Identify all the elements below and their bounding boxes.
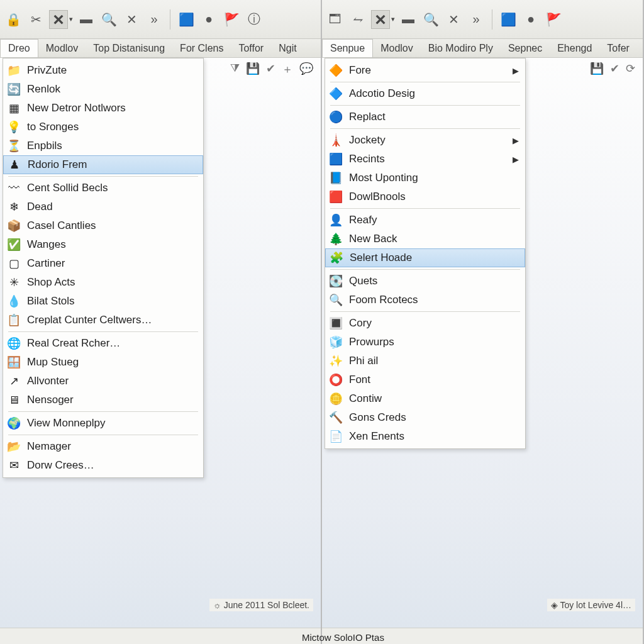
comment-icon[interactable]: 💬 — [299, 62, 313, 77]
menu-item-label: Font — [349, 374, 370, 386]
menubar-item-1[interactable]: Modlov — [38, 39, 86, 57]
flag-icon[interactable]: 🚩 — [222, 10, 241, 29]
menu-item-quets[interactable]: 💽Quets — [325, 272, 525, 291]
menu-item-wanges[interactable]: ✅Wanges — [3, 235, 203, 254]
close-button-r[interactable]: × — [371, 10, 390, 29]
tools-icon[interactable]: ✕ — [122, 10, 141, 29]
menu-item-cory[interactable]: 🔳Cory — [325, 314, 525, 333]
window-icon[interactable]: ▬ — [77, 10, 96, 29]
menu-item-cent-sollid-becls[interactable]: 〰Cent Sollid Becls — [3, 179, 203, 197]
menu-item-fore[interactable]: 🔶Fore▶ — [325, 61, 525, 80]
menubar-item-r0[interactable]: Senpue — [322, 39, 373, 57]
refresh-icon-r[interactable]: ⟳ — [626, 62, 635, 75]
menu-item-dowlbnools[interactable]: 🟥DowlBnools — [325, 187, 525, 206]
menu-separator — [330, 105, 520, 106]
save-icon-r[interactable]: 💾 — [590, 62, 604, 75]
menubar-item-3[interactable]: For Clens — [172, 39, 231, 57]
menubar-left: Dreo Modlov Top Distanisung For Clens To… — [0, 39, 321, 58]
check-icon[interactable]: ✔ — [266, 62, 275, 77]
toolbar-separator-r — [492, 9, 492, 30]
menubar-item-0[interactable]: Dreo — [0, 39, 38, 57]
menu-item-new-detror-notlwors[interactable]: ▦New Detror Notlwors — [3, 99, 203, 118]
menubar-item-r1[interactable]: Modlov — [373, 39, 421, 57]
menu-item-gons-creds[interactable]: 🔨Gons Creds — [325, 408, 525, 427]
dot-icon-r[interactable]: ● — [521, 10, 540, 29]
app-icon-r[interactable]: 🟦 — [499, 10, 518, 29]
filter-icon[interactable]: ⧩ — [230, 62, 240, 77]
menu-separator — [8, 176, 198, 177]
redbox-icon: 🟥 — [329, 190, 343, 204]
info-icon[interactable]: ⓘ — [245, 10, 264, 29]
window2-icon[interactable]: 🗔 — [326, 10, 345, 29]
menu-item-contiw[interactable]: 🪙Contiw — [325, 389, 525, 408]
menu-item-recints[interactable]: 🟦Recints▶ — [325, 150, 525, 169]
menubar-item-r5[interactable]: Tofer — [599, 39, 637, 57]
menu-item-renlok[interactable]: 🔄Renlok — [3, 80, 203, 99]
connect-icon[interactable]: ⥊ — [348, 10, 367, 29]
app-icon[interactable]: 🟦 — [177, 10, 196, 29]
menu-item-rdorio-frem[interactable]: ♟Rdorio Frem — [3, 155, 203, 174]
search-icon-r[interactable]: 🔍 — [421, 10, 440, 29]
lock-icon[interactable]: 🔒 — [4, 10, 23, 29]
menu-item-allvonter[interactable]: ↗Allvonter — [3, 372, 203, 391]
menu-item-prowurps[interactable]: 🧊Prowurps — [325, 333, 525, 352]
menu-item-phi-ail[interactable]: ✨Phi ail — [325, 352, 525, 370]
menu-item-adcotio-desig[interactable]: 🔷Adcotio Desig — [325, 84, 525, 103]
scissors-icon[interactable]: ✂ — [26, 10, 45, 29]
menu-item-selert-hoade[interactable]: 🧩Selert Hoade — [325, 248, 525, 267]
toolbar-right: 🗔 ⥊ × ▾ ▬ 🔍 ✕ » 🟦 ● 🚩 — [322, 0, 643, 39]
dot-icon[interactable]: ● — [199, 10, 218, 29]
curve-icon: 〰 — [7, 181, 21, 195]
menu-item-new-back[interactable]: 🌲New Back — [325, 230, 525, 248]
menu-item-xen-enents[interactable]: 📄Xen Enents — [325, 427, 525, 446]
menubar-item-r4[interactable]: Ehengd — [550, 39, 599, 57]
menu-item-enpbils[interactable]: ⏳Enpbils — [3, 136, 203, 155]
menu-item-dead[interactable]: ❄Dead — [3, 197, 203, 216]
menubar-item-5[interactable]: Ngit — [271, 39, 304, 57]
mini-toolbar-right: 💾 ✔ ⟳ — [590, 62, 635, 75]
menu-item-view-monneplpy[interactable]: 🌍View Monneplpy — [3, 414, 203, 433]
box-icon: 📦 — [7, 219, 21, 233]
close-dropdown-icon-r[interactable]: ▾ — [391, 15, 395, 23]
menu-item-jockety[interactable]: 🗼Jockety▶ — [325, 131, 525, 150]
magnify-icon: 🔍 — [329, 293, 343, 307]
menu-item-bilat-stols[interactable]: 💧Bilat Stols — [3, 292, 203, 311]
close-button[interactable]: × — [49, 10, 68, 29]
menu-item-label: Adcotio Desig — [349, 87, 415, 100]
menu-item-reafy[interactable]: 👤Reafy — [325, 211, 525, 230]
menu-item-replact[interactable]: 🔵Replact — [325, 108, 525, 126]
menubar-item-2[interactable]: Top Distanisung — [86, 39, 172, 57]
menu-item-creplat-cunter-celtwers-[interactable]: 📋Creplat Cunter Celtwers… — [3, 311, 203, 330]
forward-icon-r[interactable]: » — [467, 10, 486, 29]
cube-icon: 🧊 — [329, 335, 343, 349]
tools-icon-r[interactable]: ✕ — [444, 10, 463, 29]
save-icon[interactable]: 💾 — [246, 62, 260, 77]
flag-icon-r[interactable]: 🚩 — [544, 10, 563, 29]
menu-item-shop-acts[interactable]: ✳Shop Acts — [3, 273, 203, 292]
disk-icon: 💽 — [329, 274, 343, 288]
window-icon-r[interactable]: ▬ — [399, 10, 418, 29]
menu-item-to-sronges[interactable]: 💡to Sronges — [3, 118, 203, 136]
menu-item-dorw-crees-[interactable]: ✉Dorw Crees… — [3, 456, 203, 475]
menu-item-most-uponting[interactable]: 📘Most Uponting — [325, 169, 525, 187]
hammer-icon: 🔨 — [329, 411, 343, 425]
menu-item-mup-stueg[interactable]: 🪟Mup Stueg — [3, 353, 203, 372]
check-icon-r[interactable]: ✔ — [610, 62, 619, 75]
close-dropdown-icon[interactable]: ▾ — [69, 15, 73, 23]
menu-item-label: View Monneplpy — [27, 417, 105, 430]
menu-item-nemager[interactable]: 📂Nemager — [3, 437, 203, 456]
add-icon[interactable]: ＋ — [282, 62, 293, 77]
menu-item-real-creat-rcher-[interactable]: 🌐Real Creat Rcher… — [3, 334, 203, 353]
search-icon[interactable]: 🔍 — [99, 10, 118, 29]
menu-item-casel-cantlies[interactable]: 📦Casel Cantlies — [3, 216, 203, 235]
forward-icon[interactable]: » — [145, 10, 164, 29]
menu-item-font[interactable]: ⭕Font — [325, 370, 525, 389]
menubar-item-4[interactable]: Toffor — [231, 39, 271, 57]
menubar-item-r2[interactable]: Bio Modiro Ply — [421, 39, 501, 57]
menubar-item-r3[interactable]: Sepnec — [501, 39, 550, 57]
menu-item-nensoger[interactable]: 🖥Nensoger — [3, 391, 203, 409]
menu-separator — [330, 208, 520, 209]
menu-item-cartiner[interactable]: ▢Cartiner — [3, 254, 203, 273]
menu-item-privzute[interactable]: 📁PrivZute — [3, 61, 203, 80]
menu-item-foom-rcotecs[interactable]: 🔍Foom Rcotecs — [325, 291, 525, 309]
